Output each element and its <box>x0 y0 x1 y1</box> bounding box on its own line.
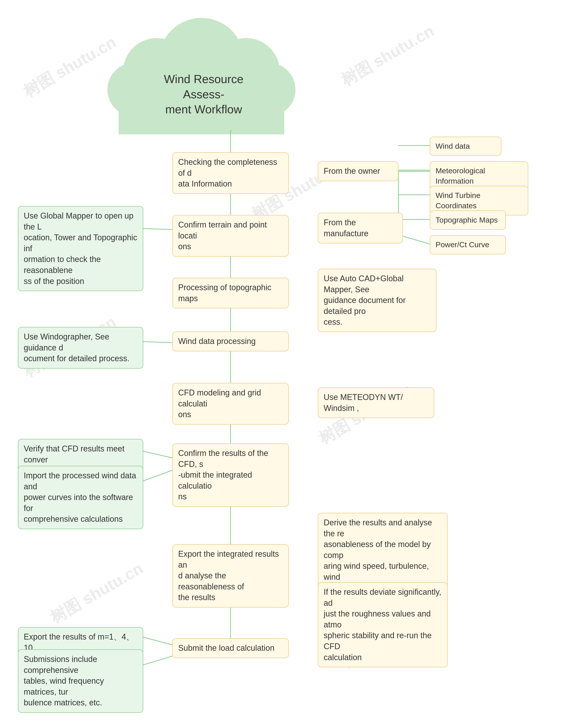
diagram-container: 树图 shutu.cn 树图 shutu.cn 树图 shutu.cn 树图 s… <box>0 0 573 728</box>
svg-line-26 <box>139 450 172 458</box>
svg-line-22 <box>139 341 172 343</box>
box-meteodyn: Use METEODYN WT/ Windsim , <box>318 387 434 418</box>
box-submissions: Submissions include comprehensivetables,… <box>18 649 143 713</box>
cloud-label: Wind Resource Assess-ment Workflow <box>161 71 246 117</box>
svg-line-27 <box>139 470 172 483</box>
svg-line-33 <box>139 636 172 645</box>
box-topo-maps: Topographic Maps <box>430 210 506 230</box>
svg-line-20 <box>139 229 172 230</box>
watermark-3: 树图 shutu.cn <box>337 20 438 91</box>
box-wind-data-processing: Wind data processing <box>172 331 289 351</box>
box-cfd-modeling: CFD modeling and grid calculations <box>172 383 289 425</box>
svg-line-34 <box>139 656 172 666</box>
box-windographer: Use Windographer, See guidance document … <box>18 327 143 369</box>
box-confirm-terrain: Confirm terrain and point locations <box>172 215 289 257</box>
watermark-1: 树图 shutu.cn <box>19 31 120 102</box>
svg-point-4 <box>242 63 296 116</box>
box-wind-data: Wind data <box>430 137 501 156</box>
box-from-owner: From the owner <box>318 161 399 181</box>
box-confirm-cfd: Confirm the results of the CFD, s-ubmit … <box>172 443 289 507</box>
box-power-ct-curve: Power/Ct Curve <box>430 235 506 254</box>
box-import-wind-data: Import the processed wind data and power… <box>18 466 143 529</box>
box-roughness-adjust: If the results deviate significantly, ad… <box>318 582 448 667</box>
box-submit-load: Submit the load calculation <box>172 638 289 658</box>
box-checking-completeness: Checking the completeness of data Inform… <box>172 152 289 194</box>
svg-point-3 <box>107 63 161 116</box>
box-autocad-guidance: Use Auto CAD+Global Mapper, Seeguidance … <box>318 269 436 332</box>
box-global-mapper: Use Global Mapper to open up the Locatio… <box>18 206 143 291</box>
box-processing-topo: Processing of topographic maps <box>172 278 289 308</box>
box-export-integrated: Export the integrated results and analys… <box>172 544 289 608</box>
watermark-6: 树图 shutu.cn <box>46 557 147 628</box>
box-from-manufacture: From the manufacture <box>318 213 403 243</box>
